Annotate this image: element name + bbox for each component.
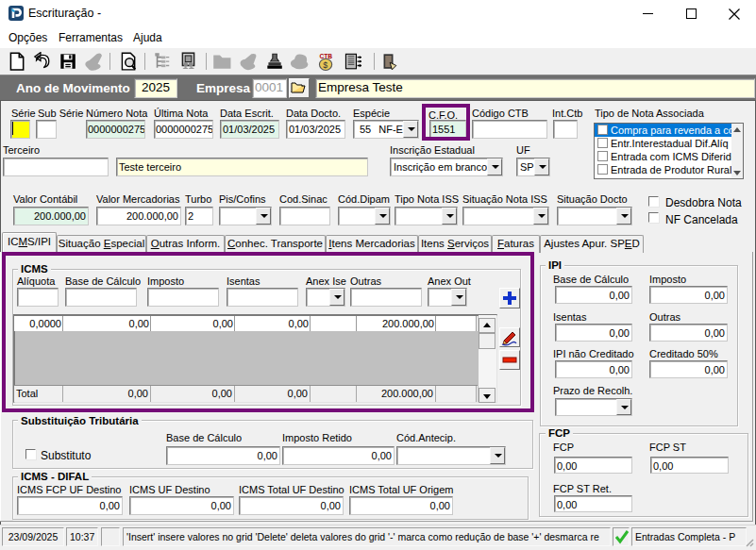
svg-text:CTB: CTB bbox=[319, 53, 332, 59]
svg-text:$: $ bbox=[323, 60, 328, 70]
